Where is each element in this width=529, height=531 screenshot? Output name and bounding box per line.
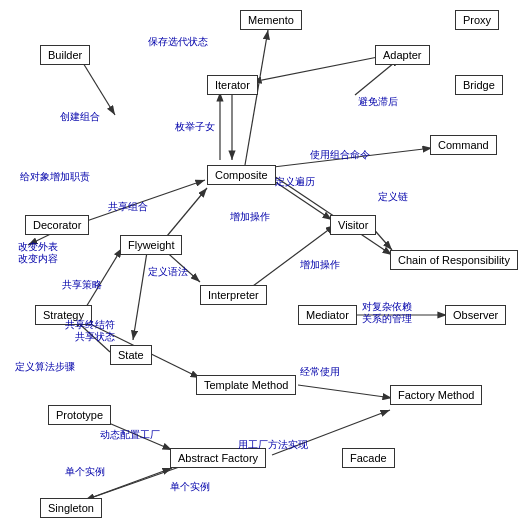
node-prototype: Prototype	[48, 405, 111, 425]
label-8: 使用组合命令	[310, 148, 370, 162]
label-5: 增加操作	[230, 210, 270, 224]
node-command: Command	[430, 135, 497, 155]
label-3: 给对象增加职责	[20, 170, 90, 184]
node-memento: Memento	[240, 10, 302, 30]
svg-line-2	[245, 30, 268, 165]
node-interpreter: Interpreter	[200, 285, 267, 305]
label-20: 动态配置工厂	[100, 428, 160, 442]
label-21: 用工厂方法实现	[238, 438, 308, 452]
node-singleton: Singleton	[40, 498, 102, 518]
node-facade: Facade	[342, 448, 395, 468]
svg-line-1	[80, 58, 115, 115]
label-24: 避免滞后	[358, 95, 398, 109]
label-7: 定义链	[378, 190, 408, 204]
node-composite: Composite	[207, 165, 276, 185]
node-observer: Observer	[445, 305, 506, 325]
node-bridge: Bridge	[455, 75, 503, 95]
svg-line-17	[298, 385, 392, 398]
svg-line-8	[162, 188, 207, 242]
label-13: 共享策略	[62, 278, 102, 292]
node-factorymethod: Factory Method	[390, 385, 482, 405]
node-state: State	[110, 345, 152, 365]
label-6: 定义遍历	[275, 175, 315, 189]
diagram: MementoProxyBuilderAdapterIteratorBridge…	[0, 0, 529, 531]
svg-line-23	[252, 55, 388, 82]
svg-line-13	[133, 252, 147, 340]
node-adapter: Adapter	[375, 45, 430, 65]
label-12: 增加操作	[300, 258, 340, 272]
node-mediator: Mediator	[298, 305, 357, 325]
label-4: 共享组合	[108, 200, 148, 214]
label-18: 定义算法步骤	[15, 360, 75, 374]
label-0: 保存选代状态	[148, 35, 208, 49]
node-decorator: Decorator	[25, 215, 89, 235]
label-2: 枚举子女	[175, 120, 215, 134]
node-proxy: Proxy	[455, 10, 499, 30]
label-10: 改变内容	[18, 252, 58, 266]
node-flyweight: Flyweight	[120, 235, 182, 255]
node-builder: Builder	[40, 45, 90, 65]
label-23: 单个实例	[170, 480, 210, 494]
node-templatemethod: Template Method	[196, 375, 296, 395]
node-iterator: Iterator	[207, 75, 258, 95]
label-22: 单个实例	[65, 465, 105, 479]
label-19: 经常使用	[300, 365, 340, 379]
label-1: 创建组合	[60, 110, 100, 124]
node-visitor: Visitor	[330, 215, 376, 235]
label-11: 定义语法	[148, 265, 188, 279]
node-chain: Chain of Responsibility	[390, 250, 518, 270]
label-15: 共享状态	[75, 330, 115, 344]
label-17: 关系的管理	[362, 312, 412, 326]
